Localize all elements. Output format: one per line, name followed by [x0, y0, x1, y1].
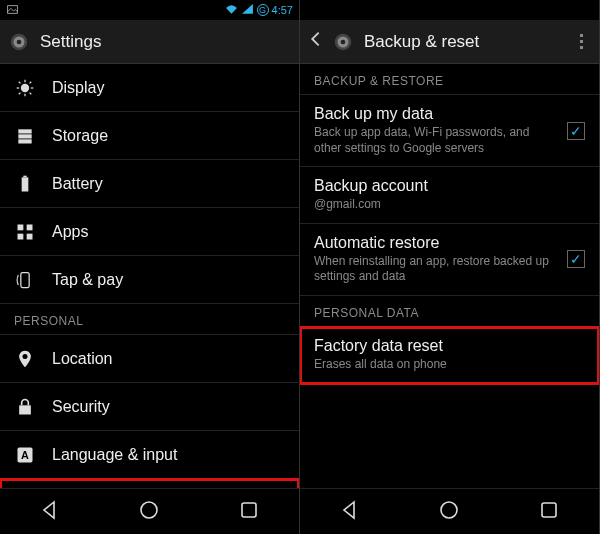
status-bar: [300, 0, 599, 20]
item-storage[interactable]: Storage: [0, 112, 299, 160]
svg-rect-19: [27, 224, 33, 230]
nav-back[interactable]: [338, 498, 362, 526]
svg-rect-16: [22, 177, 29, 191]
item-label: Security: [52, 398, 285, 416]
svg-rect-33: [542, 503, 556, 517]
network-badge-icon: G: [257, 4, 269, 16]
item-apps[interactable]: Apps: [0, 208, 299, 256]
item-label: Language & input: [52, 446, 285, 464]
item-backup-data[interactable]: Back up my data Back up app data, Wi-Fi …: [300, 95, 599, 167]
action-bar: Settings: [0, 20, 299, 64]
backup-list[interactable]: BACKUP & RESTORE Back up my data Back up…: [300, 64, 599, 488]
svg-rect-22: [21, 272, 29, 287]
item-display[interactable]: Display: [0, 64, 299, 112]
item-security[interactable]: Security: [0, 383, 299, 431]
backup-reset-screen: Backup & reset BACKUP & RESTORE Back up …: [300, 0, 600, 534]
section-personal: PERSONAL: [0, 304, 299, 335]
svg-rect-14: [18, 134, 31, 138]
svg-line-9: [19, 81, 21, 83]
settings-list[interactable]: Display Storage Battery Apps Tap & pay P…: [0, 64, 299, 488]
item-location[interactable]: Location: [0, 335, 299, 383]
section-personal-data: PERSONAL DATA: [300, 296, 599, 327]
wifi-icon: [225, 3, 238, 18]
nav-home[interactable]: [437, 498, 461, 526]
svg-rect-15: [18, 139, 31, 143]
item-sub: When reinstalling an app, restore backed…: [314, 254, 551, 285]
nav-bar: [0, 488, 299, 534]
svg-point-27: [141, 502, 157, 518]
page-title: Backup & reset: [364, 32, 479, 52]
back-icon[interactable]: [308, 28, 322, 55]
display-icon: [14, 78, 36, 98]
svg-rect-20: [18, 233, 24, 239]
action-bar: Backup & reset: [300, 20, 599, 64]
item-label: Storage: [52, 127, 285, 145]
location-icon: [14, 349, 36, 369]
svg-point-31: [341, 39, 346, 44]
nav-back[interactable]: [38, 498, 62, 526]
settings-screen: G 4:57 Settings Display Storage Battery …: [0, 0, 300, 534]
svg-line-10: [30, 92, 32, 94]
item-label: Apps: [52, 223, 285, 241]
item-language[interactable]: A Language & input: [0, 431, 299, 479]
battery-icon: [14, 174, 36, 194]
svg-point-4: [21, 83, 29, 91]
item-auto-restore[interactable]: Automatic restore When reinstalling an a…: [300, 224, 599, 296]
item-label: Backup account: [314, 177, 585, 195]
apps-icon: [14, 222, 36, 242]
image-icon: [6, 3, 19, 18]
svg-rect-28: [242, 503, 256, 517]
status-time: 4:57: [272, 4, 293, 16]
svg-rect-18: [18, 224, 24, 230]
item-tap-pay[interactable]: Tap & pay: [0, 256, 299, 304]
nav-recent[interactable]: [237, 498, 261, 526]
nav-home[interactable]: [137, 498, 161, 526]
svg-point-32: [441, 502, 457, 518]
gear-icon: [8, 31, 30, 53]
page-title: Settings: [40, 32, 101, 52]
overflow-menu[interactable]: [571, 34, 591, 49]
status-bar: G 4:57: [0, 0, 299, 20]
svg-point-23: [23, 354, 28, 359]
language-icon: A: [14, 445, 36, 465]
nav-bar: [300, 488, 599, 534]
item-label: Factory data reset: [314, 337, 585, 355]
item-label: Location: [52, 350, 285, 368]
svg-rect-21: [27, 233, 33, 239]
checkbox[interactable]: [567, 122, 585, 140]
svg-line-11: [19, 92, 21, 94]
nav-recent[interactable]: [537, 498, 561, 526]
checkbox[interactable]: [567, 250, 585, 268]
svg-rect-24: [19, 405, 31, 414]
item-label: Back up my data: [314, 105, 551, 123]
svg-line-12: [30, 81, 32, 83]
item-factory-reset[interactable]: Factory data reset Erases all data on ph…: [300, 327, 599, 384]
security-icon: [14, 397, 36, 417]
svg-rect-13: [18, 129, 31, 133]
svg-text:A: A: [21, 449, 29, 461]
item-backup-account[interactable]: Backup account @gmail.com: [300, 167, 599, 224]
item-backup-reset[interactable]: Backup & reset: [0, 479, 299, 488]
svg-rect-17: [23, 175, 26, 177]
item-label: Automatic restore: [314, 234, 551, 252]
item-sub: Erases all data on phone: [314, 357, 585, 373]
tap-pay-icon: [14, 270, 36, 290]
item-sub: Back up app data, Wi-Fi passwords, and o…: [314, 125, 551, 156]
item-label: Battery: [52, 175, 285, 193]
item-sub: @gmail.com: [314, 197, 585, 213]
item-label: Display: [52, 79, 285, 97]
item-label: Tap & pay: [52, 271, 285, 289]
signal-icon: [241, 3, 254, 18]
svg-point-3: [17, 39, 22, 44]
gear-icon: [332, 31, 354, 53]
item-battery[interactable]: Battery: [0, 160, 299, 208]
storage-icon: [14, 126, 36, 146]
section-backup-restore: BACKUP & RESTORE: [300, 64, 599, 95]
